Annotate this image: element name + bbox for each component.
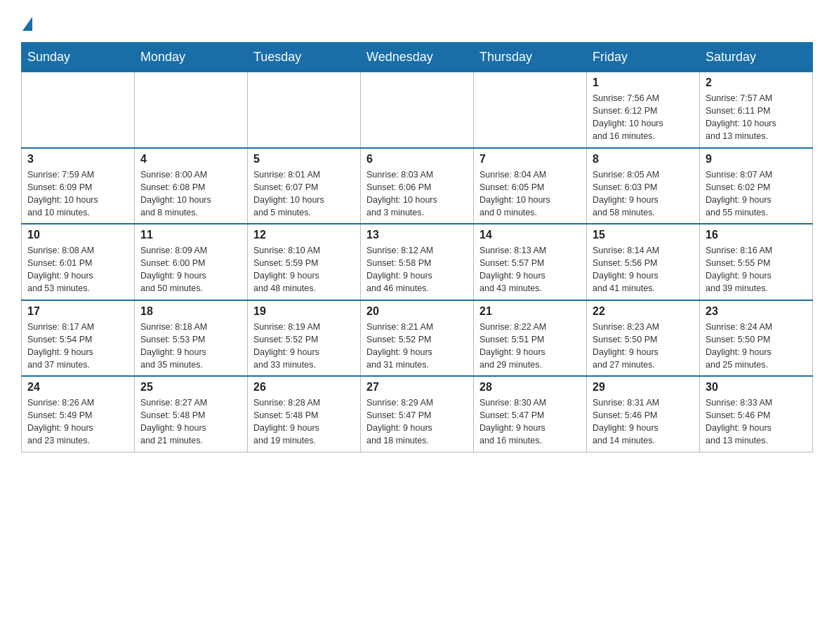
calendar-cell xyxy=(135,72,248,148)
calendar-cell: 28Sunrise: 8:30 AM Sunset: 5:47 PM Dayli… xyxy=(474,376,587,452)
day-number: 4 xyxy=(140,153,241,166)
day-number: 6 xyxy=(366,153,468,166)
day-number: 23 xyxy=(706,305,807,318)
logo xyxy=(21,14,34,28)
calendar-cell: 24Sunrise: 8:26 AM Sunset: 5:49 PM Dayli… xyxy=(22,376,135,452)
calendar-cell: 12Sunrise: 8:10 AM Sunset: 5:59 PM Dayli… xyxy=(248,224,361,300)
day-info: Sunrise: 8:30 AM Sunset: 5:47 PM Dayligh… xyxy=(479,396,581,448)
day-number: 30 xyxy=(706,381,807,394)
calendar-cell: 11Sunrise: 8:09 AM Sunset: 6:00 PM Dayli… xyxy=(135,224,248,300)
calendar-cell: 21Sunrise: 8:22 AM Sunset: 5:51 PM Dayli… xyxy=(474,300,587,377)
logo-triangle-icon xyxy=(22,17,32,31)
day-number: 5 xyxy=(253,153,355,166)
day-number: 1 xyxy=(593,76,694,89)
calendar-week-1: 3Sunrise: 7:59 AM Sunset: 6:09 PM Daylig… xyxy=(22,148,813,224)
calendar-cell: 9Sunrise: 8:07 AM Sunset: 6:02 PM Daylig… xyxy=(700,148,813,224)
weekday-header-saturday: Saturday xyxy=(700,43,813,72)
calendar-cell: 20Sunrise: 8:21 AM Sunset: 5:52 PM Dayli… xyxy=(361,300,474,377)
day-number: 25 xyxy=(140,381,241,394)
day-number: 2 xyxy=(706,76,807,89)
weekday-header-monday: Monday xyxy=(135,43,248,72)
day-number: 21 xyxy=(479,305,581,318)
day-number: 28 xyxy=(479,381,581,394)
calendar-week-4: 24Sunrise: 8:26 AM Sunset: 5:49 PM Dayli… xyxy=(22,376,813,452)
calendar-cell: 14Sunrise: 8:13 AM Sunset: 5:57 PM Dayli… xyxy=(474,224,587,300)
calendar-cell xyxy=(248,72,361,148)
day-number: 18 xyxy=(140,305,241,318)
day-info: Sunrise: 8:27 AM Sunset: 5:48 PM Dayligh… xyxy=(140,396,241,448)
day-info: Sunrise: 8:01 AM Sunset: 6:07 PM Dayligh… xyxy=(253,168,355,220)
day-info: Sunrise: 8:13 AM Sunset: 5:57 PM Dayligh… xyxy=(479,244,581,295)
day-info: Sunrise: 8:26 AM Sunset: 5:49 PM Dayligh… xyxy=(27,396,128,448)
calendar-table: SundayMondayTuesdayWednesdayThursdayFrid… xyxy=(21,42,813,452)
calendar-cell: 5Sunrise: 8:01 AM Sunset: 6:07 PM Daylig… xyxy=(248,148,361,224)
day-number: 7 xyxy=(479,153,581,166)
calendar-cell: 2Sunrise: 7:57 AM Sunset: 6:11 PM Daylig… xyxy=(700,72,813,148)
day-info: Sunrise: 8:07 AM Sunset: 6:02 PM Dayligh… xyxy=(706,168,807,220)
day-number: 12 xyxy=(253,229,355,241)
day-number: 3 xyxy=(27,153,128,166)
calendar-cell: 22Sunrise: 8:23 AM Sunset: 5:50 PM Dayli… xyxy=(587,300,700,377)
calendar-cell: 25Sunrise: 8:27 AM Sunset: 5:48 PM Dayli… xyxy=(135,376,248,452)
calendar-cell: 19Sunrise: 8:19 AM Sunset: 5:52 PM Dayli… xyxy=(248,300,361,377)
day-number: 11 xyxy=(140,229,241,241)
day-number: 16 xyxy=(706,229,807,241)
day-info: Sunrise: 8:03 AM Sunset: 6:06 PM Dayligh… xyxy=(366,168,468,220)
day-info: Sunrise: 8:04 AM Sunset: 6:05 PM Dayligh… xyxy=(479,168,581,220)
calendar-cell: 18Sunrise: 8:18 AM Sunset: 5:53 PM Dayli… xyxy=(135,300,248,377)
calendar-cell: 23Sunrise: 8:24 AM Sunset: 5:50 PM Dayli… xyxy=(700,300,813,377)
day-info: Sunrise: 8:31 AM Sunset: 5:46 PM Dayligh… xyxy=(593,396,694,448)
calendar-cell: 13Sunrise: 8:12 AM Sunset: 5:58 PM Dayli… xyxy=(361,224,474,300)
day-number: 10 xyxy=(27,229,128,241)
weekday-header-sunday: Sunday xyxy=(22,43,135,72)
day-number: 14 xyxy=(479,229,581,241)
day-info: Sunrise: 8:05 AM Sunset: 6:03 PM Dayligh… xyxy=(593,168,694,220)
day-number: 29 xyxy=(593,381,694,394)
calendar-cell: 3Sunrise: 7:59 AM Sunset: 6:09 PM Daylig… xyxy=(22,148,135,224)
day-info: Sunrise: 8:22 AM Sunset: 5:51 PM Dayligh… xyxy=(479,321,581,372)
day-info: Sunrise: 8:28 AM Sunset: 5:48 PM Dayligh… xyxy=(253,396,355,448)
day-info: Sunrise: 8:19 AM Sunset: 5:52 PM Dayligh… xyxy=(253,321,355,372)
day-number: 13 xyxy=(366,229,468,241)
calendar-week-2: 10Sunrise: 8:08 AM Sunset: 6:01 PM Dayli… xyxy=(22,224,813,300)
calendar-cell: 7Sunrise: 8:04 AM Sunset: 6:05 PM Daylig… xyxy=(474,148,587,224)
calendar-header-row: SundayMondayTuesdayWednesdayThursdayFrid… xyxy=(22,43,813,72)
calendar-week-0: 1Sunrise: 7:56 AM Sunset: 6:12 PM Daylig… xyxy=(22,72,813,148)
day-info: Sunrise: 8:21 AM Sunset: 5:52 PM Dayligh… xyxy=(366,321,468,372)
day-number: 27 xyxy=(366,381,468,394)
day-info: Sunrise: 7:59 AM Sunset: 6:09 PM Dayligh… xyxy=(27,168,128,220)
day-info: Sunrise: 8:24 AM Sunset: 5:50 PM Dayligh… xyxy=(706,321,807,372)
day-info: Sunrise: 8:17 AM Sunset: 5:54 PM Dayligh… xyxy=(27,321,128,372)
day-number: 20 xyxy=(366,305,468,318)
calendar-cell: 16Sunrise: 8:16 AM Sunset: 5:55 PM Dayli… xyxy=(700,224,813,300)
day-number: 19 xyxy=(253,305,355,318)
day-info: Sunrise: 8:10 AM Sunset: 5:59 PM Dayligh… xyxy=(253,244,355,295)
weekday-header-tuesday: Tuesday xyxy=(248,43,361,72)
calendar-week-3: 17Sunrise: 8:17 AM Sunset: 5:54 PM Dayli… xyxy=(22,300,813,377)
day-number: 26 xyxy=(253,381,355,394)
calendar-cell: 1Sunrise: 7:56 AM Sunset: 6:12 PM Daylig… xyxy=(587,72,700,148)
day-info: Sunrise: 8:12 AM Sunset: 5:58 PM Dayligh… xyxy=(366,244,468,295)
day-info: Sunrise: 8:00 AM Sunset: 6:08 PM Dayligh… xyxy=(140,168,241,220)
calendar-cell xyxy=(22,72,135,148)
day-number: 17 xyxy=(27,305,128,318)
calendar-cell: 4Sunrise: 8:00 AM Sunset: 6:08 PM Daylig… xyxy=(135,148,248,224)
day-info: Sunrise: 8:33 AM Sunset: 5:46 PM Dayligh… xyxy=(706,396,807,448)
calendar-cell: 8Sunrise: 8:05 AM Sunset: 6:03 PM Daylig… xyxy=(587,148,700,224)
day-info: Sunrise: 8:09 AM Sunset: 6:00 PM Dayligh… xyxy=(140,244,241,295)
calendar-cell: 10Sunrise: 8:08 AM Sunset: 6:01 PM Dayli… xyxy=(22,224,135,300)
calendar-cell: 30Sunrise: 8:33 AM Sunset: 5:46 PM Dayli… xyxy=(700,376,813,452)
calendar-cell: 17Sunrise: 8:17 AM Sunset: 5:54 PM Dayli… xyxy=(22,300,135,377)
calendar-cell: 27Sunrise: 8:29 AM Sunset: 5:47 PM Dayli… xyxy=(361,376,474,452)
day-info: Sunrise: 8:29 AM Sunset: 5:47 PM Dayligh… xyxy=(366,396,468,448)
calendar-cell: 6Sunrise: 8:03 AM Sunset: 6:06 PM Daylig… xyxy=(361,148,474,224)
weekday-header-wednesday: Wednesday xyxy=(361,43,474,72)
day-info: Sunrise: 8:14 AM Sunset: 5:56 PM Dayligh… xyxy=(593,244,694,295)
day-number: 9 xyxy=(706,153,807,166)
day-info: Sunrise: 8:18 AM Sunset: 5:53 PM Dayligh… xyxy=(140,321,241,372)
calendar-cell xyxy=(474,72,587,148)
calendar-cell xyxy=(361,72,474,148)
calendar-cell: 26Sunrise: 8:28 AM Sunset: 5:48 PM Dayli… xyxy=(248,376,361,452)
day-number: 22 xyxy=(593,305,694,318)
day-info: Sunrise: 7:57 AM Sunset: 6:11 PM Dayligh… xyxy=(706,92,807,143)
